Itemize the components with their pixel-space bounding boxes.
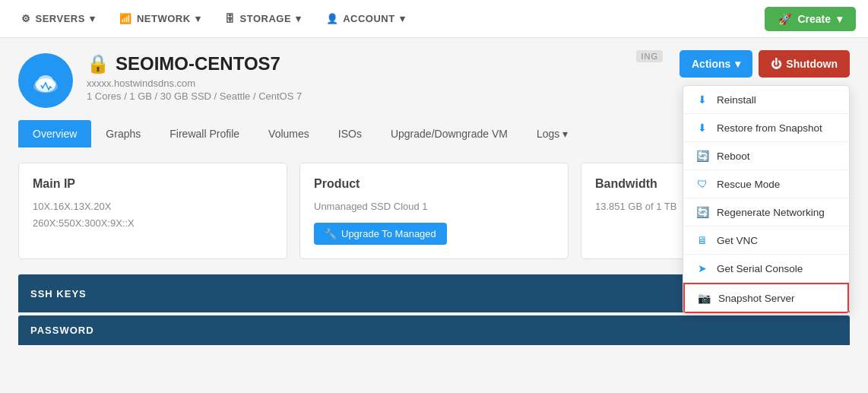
main-ip-title: Main IP xyxy=(33,177,273,191)
shutdown-label: Shutdown xyxy=(786,58,838,70)
nav-account-label: ACCOUNT xyxy=(343,13,395,24)
power-icon: ⏻ xyxy=(771,58,781,70)
top-navigation: ⚙ SERVERS ▾ 📶 NETWORK ▾ 🗄 STORAGE ▾ 👤 AC… xyxy=(0,0,868,38)
product-value: Unmanaged SSD Cloud 1 xyxy=(314,198,554,215)
actions-dropdown: ⬇ Reinstall ⬇ Restore from Snapshot 🔄 Re… xyxy=(683,85,850,314)
dropdown-reboot[interactable]: 🔄 Reboot xyxy=(683,142,849,170)
ip-v4: 10X.16X.13X.20X xyxy=(33,198,273,215)
svg-point-4 xyxy=(36,78,55,92)
nav-network-label: NETWORK xyxy=(137,13,191,24)
dropdown-networking[interactable]: 🔄 Regenerate Networking xyxy=(683,198,849,227)
upgrade-label: Upgrade To Managed xyxy=(341,228,436,239)
vnc-label: Get VNC xyxy=(717,235,758,246)
rocket-icon: 🚀 xyxy=(778,13,791,25)
dropdown-vnc[interactable]: 🖥 Get VNC xyxy=(683,227,849,255)
servers-icon: ⚙ xyxy=(21,13,31,24)
upgrade-icon: 🔧 xyxy=(325,228,337,239)
reboot-icon: 🔄 xyxy=(695,150,709,162)
reinstall-icon: ⬇ xyxy=(695,93,709,106)
main-content: ING 🔒 SEOIMO-CENTOS7 xxxxx.hostwindsdns.… xyxy=(0,38,868,393)
nav-servers-label: SERVERS xyxy=(36,13,85,24)
reinstall-label: Reinstall xyxy=(717,94,756,106)
restore-icon: ⬇ xyxy=(695,122,709,134)
storage-chevron-icon: ▾ xyxy=(296,13,302,24)
serial-label: Get Serial Console xyxy=(717,263,803,274)
servers-chevron-icon: ▾ xyxy=(90,13,96,24)
main-ip-value: 10X.16X.13X.20X 260X:550X:300X:9X::X xyxy=(33,198,273,232)
network-chevron-icon: ▾ xyxy=(195,13,201,24)
card-main-ip: Main IP 10X.16X.13X.20X 260X:550X:300X:9… xyxy=(18,163,287,259)
password-label: PASSWORD xyxy=(30,325,94,336)
create-label: Create xyxy=(797,13,831,25)
nav-storage-label: STORAGE xyxy=(240,13,292,24)
reboot-label: Reboot xyxy=(717,151,750,162)
dropdown-snapshot[interactable]: 📷 Snapshot Server xyxy=(683,283,849,313)
nav-account[interactable]: 👤 ACCOUNT ▾ xyxy=(317,7,415,30)
server-hostname: xxxxx.hostwindsdns.com xyxy=(87,78,302,89)
lock-icon: 🔒 xyxy=(87,53,109,74)
nav-storage[interactable]: 🗄 STORAGE ▾ xyxy=(216,7,311,30)
ip-v6: 260X:550X:300X:9X::X xyxy=(33,215,273,232)
tab-logs[interactable]: Logs ▾ xyxy=(522,120,582,147)
dropdown-serial[interactable]: ➤ Get Serial Console xyxy=(683,255,849,283)
tab-overview[interactable]: Overview xyxy=(18,120,91,147)
create-chevron-icon: ▾ xyxy=(837,13,842,25)
tab-volumes[interactable]: Volumes xyxy=(254,120,324,147)
vnc-icon: 🖥 xyxy=(695,234,709,246)
nav-servers[interactable]: ⚙ SERVERS ▾ xyxy=(12,7,104,30)
tab-upgrade[interactable]: Upgrade/Downgrade VM xyxy=(376,120,522,147)
ssh-keys-label: SSH KEYS xyxy=(30,288,87,300)
actions-button[interactable]: Actions ▾ xyxy=(680,50,752,78)
storage-icon: 🗄 xyxy=(225,13,236,24)
card-product: Product Unmanaged SSD Cloud 1 🔧 Upgrade … xyxy=(299,163,569,259)
restore-label: Restore from Snapshot xyxy=(717,122,822,134)
ing-badge: ING xyxy=(636,50,663,62)
serial-icon: ➤ xyxy=(695,262,709,274)
actions-label: Actions xyxy=(692,58,730,70)
rescue-label: Rescue Mode xyxy=(717,179,780,190)
shutdown-button[interactable]: ⏻ Shutdown xyxy=(759,50,850,78)
nav-left: ⚙ SERVERS ▾ 📶 NETWORK ▾ 🗄 STORAGE ▾ 👤 AC… xyxy=(12,7,414,30)
tab-graphs[interactable]: Graphs xyxy=(91,120,155,147)
server-info: 🔒 SEOIMO-CENTOS7 xxxxx.hostwindsdns.com … xyxy=(87,53,302,102)
password-section: PASSWORD xyxy=(18,315,850,345)
create-button[interactable]: 🚀 Create ▾ xyxy=(765,7,856,31)
nav-network[interactable]: 📶 NETWORK ▾ xyxy=(110,7,210,30)
server-title: 🔒 SEOIMO-CENTOS7 xyxy=(87,53,302,74)
snapshot-icon: 📷 xyxy=(697,292,711,304)
networking-icon: 🔄 xyxy=(695,206,709,218)
account-chevron-icon: ▾ xyxy=(400,13,406,24)
networking-label: Regenerate Networking xyxy=(717,207,825,218)
dropdown-reinstall[interactable]: ⬇ Reinstall xyxy=(683,86,849,114)
tab-isos[interactable]: ISOs xyxy=(324,120,376,147)
upgrade-to-managed-button[interactable]: 🔧 Upgrade To Managed xyxy=(314,223,447,245)
dropdown-restore[interactable]: ⬇ Restore from Snapshot xyxy=(683,114,849,142)
snapshot-label: Snapshot Server xyxy=(718,293,795,304)
action-area: Actions ▾ ⏻ Shutdown xyxy=(680,50,850,78)
dropdown-rescue[interactable]: 🛡 Rescue Mode xyxy=(683,170,849,198)
cloud-icon xyxy=(29,64,62,97)
rescue-icon: 🛡 xyxy=(695,178,709,190)
product-title: Product xyxy=(314,177,554,191)
server-specs: 1 Cores / 1 GB / 30 GB SSD / Seattle / C… xyxy=(87,90,302,102)
network-icon: 📶 xyxy=(119,13,132,24)
actions-chevron-icon: ▾ xyxy=(735,58,740,70)
server-avatar xyxy=(18,53,73,108)
tab-firewall[interactable]: Firewall Profile xyxy=(155,120,254,147)
account-icon: 👤 xyxy=(326,13,339,24)
server-name: SEOIMO-CENTOS7 xyxy=(116,53,280,74)
